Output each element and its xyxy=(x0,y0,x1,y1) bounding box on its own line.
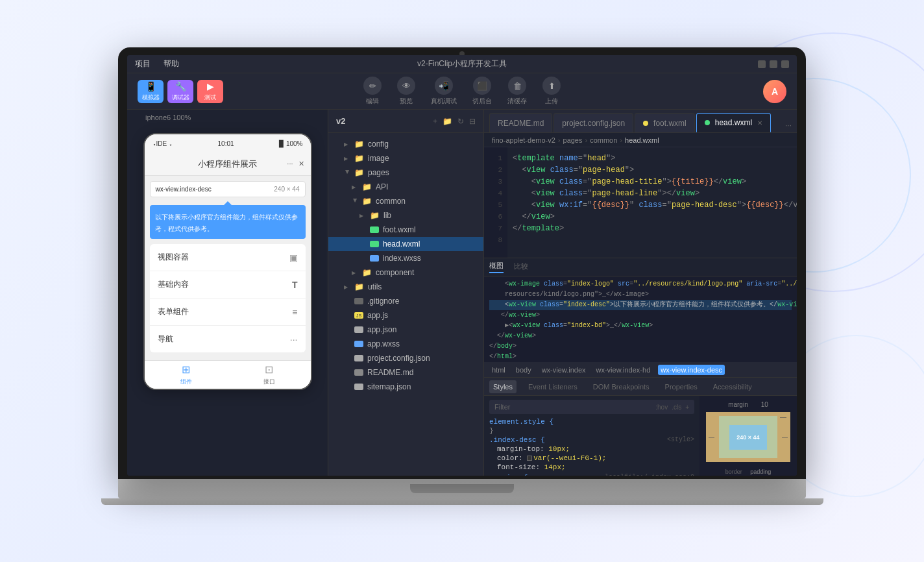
filter-hover-btn[interactable]: :hov xyxy=(655,404,668,411)
tree-label-common: common xyxy=(376,197,406,206)
file-icon-gitignore xyxy=(354,298,363,304)
file-icon-app-js: JS xyxy=(354,312,363,319)
rule-index-desc-source: <style> xyxy=(667,436,694,443)
nav-item-nav[interactable]: 导航 ··· xyxy=(150,326,306,352)
tree-item-lib[interactable]: ▶ 📁 lib xyxy=(328,208,483,223)
tree-item-pages[interactable]: ▶ 📁 pages xyxy=(328,165,483,180)
tree-item-app-wxss[interactable]: ▶ app.wxss xyxy=(328,337,483,351)
breadcrumb-pages[interactable]: pages xyxy=(563,136,583,144)
phone-tab-component[interactable]: ⊞ 组件 xyxy=(180,363,192,386)
style-tab-properties[interactable]: Properties xyxy=(661,380,701,393)
style-tab-styles[interactable]: Styles xyxy=(489,380,517,393)
tab-project-json[interactable]: project.config.json xyxy=(553,113,633,132)
nav-item-views-icon: ▣ xyxy=(289,252,298,263)
tree-item-project-json[interactable]: ▶ project.config.json xyxy=(328,351,483,365)
styles-panel: Styles Event Listeners DOM Breakpoints P… xyxy=(484,378,797,476)
tree-item-readme[interactable]: ▶ README.md xyxy=(328,365,483,380)
box-outer: — — — — 240 × 44 xyxy=(706,412,790,462)
tree-item-utils[interactable]: ▶ 📁 utils xyxy=(328,280,483,294)
filter-cls-btn[interactable]: .cls xyxy=(672,404,681,411)
tree-item-sitemap[interactable]: ▶ sitemap.json xyxy=(328,380,483,394)
tree-item-app-js[interactable]: ▶ JS app.js xyxy=(328,308,483,323)
style-tab-breakpoints[interactable]: DOM Breakpoints xyxy=(589,380,653,393)
tree-label-app-wxss: app.wxss xyxy=(367,339,400,348)
user-avatar[interactable]: A xyxy=(763,80,786,103)
menu-help[interactable]: 帮助 xyxy=(164,58,179,69)
tree-item-head-wxml[interactable]: ▶ head.wxml xyxy=(328,237,483,251)
rule-prop-margin-top: margin-top: 10px; xyxy=(489,445,570,453)
tab-foot-wxml[interactable]: foot.wxml xyxy=(635,113,695,132)
test-button[interactable]: ▶ 测试 xyxy=(197,80,223,103)
action-edit[interactable]: ✏ 编辑 xyxy=(363,77,382,106)
tree-item-image[interactable]: ▶ 📁 image xyxy=(328,151,483,165)
collapse-icon[interactable]: ⊟ xyxy=(469,117,476,126)
preview-icon: 👁 xyxy=(397,77,415,95)
preview-tab-compare[interactable]: 比较 xyxy=(514,262,528,273)
phone-status-bar: ⬩IDE ▾ 10:01 ▉ 100% xyxy=(145,134,311,153)
action-preview[interactable]: 👁 预览 xyxy=(397,77,415,106)
win-close[interactable] xyxy=(781,60,789,68)
nav-item-forms[interactable]: 表单组件 ≡ xyxy=(150,299,306,326)
tab-readme[interactable]: README.md xyxy=(489,113,552,132)
device-debug-icon: 📲 xyxy=(435,77,453,95)
phone-more-icon[interactable]: ··· xyxy=(287,160,293,168)
tree-label-head-wxml: head.wxml xyxy=(383,239,420,249)
elem-tag-wx-view-desc[interactable]: wx-view.index-desc xyxy=(658,365,725,375)
elem-tag-html[interactable]: html xyxy=(489,365,508,375)
nav-item-nav-icon: ··· xyxy=(290,334,298,345)
refresh-icon[interactable]: ↻ xyxy=(457,117,464,126)
elem-tag-body[interactable]: body xyxy=(513,365,534,375)
phone-close-icon[interactable]: ✕ xyxy=(298,160,304,168)
menu-project[interactable]: 项目 xyxy=(135,58,151,69)
new-file-icon[interactable]: + xyxy=(433,117,437,126)
style-tab-listeners[interactable]: Event Listeners xyxy=(524,380,581,393)
tab-bar-actions: ··· xyxy=(785,121,792,132)
laptop: 项目 帮助 v2-FinClip小程序开发工具 📱 模 xyxy=(118,47,806,515)
phone-desc-text: 以下将展示小程序官方组件能力，组件样式仅供参考，程式代供参考。 xyxy=(155,214,298,232)
tree-item-config[interactable]: ▶ 📁 config xyxy=(328,137,483,151)
tab-head-wxml[interactable]: head.wxml ✕ xyxy=(696,113,771,132)
tree-label-lib: lib xyxy=(383,211,391,220)
nav-item-content-label: 基础内容 xyxy=(158,279,189,290)
rule-element-selector: element.style { xyxy=(489,418,553,426)
action-device-debug[interactable]: 📲 真机调试 xyxy=(431,77,457,106)
box-margin-right: — xyxy=(782,434,788,441)
nav-item-views[interactable]: 视图容器 ▣ xyxy=(150,244,306,271)
nav-item-content[interactable]: 基础内容 T xyxy=(150,271,306,299)
breadcrumb-root[interactable]: fino-applet-demo-v2 xyxy=(492,136,555,144)
box-model-title: margin 10 xyxy=(728,401,768,408)
code-editor[interactable]: 1 2 3 4 5 6 7 8 <templa xyxy=(484,147,797,258)
filter-input[interactable]: Filter xyxy=(494,403,650,411)
code-content[interactable]: <template name="head"> <view class="page… xyxy=(507,147,797,258)
win-minimize[interactable] xyxy=(758,60,766,68)
action-clear-cache[interactable]: 🗑 清缓存 xyxy=(507,77,527,106)
breadcrumb-common[interactable]: common xyxy=(590,136,617,144)
tree-item-app-json[interactable]: ▶ app.json xyxy=(328,323,483,337)
tab-more-icon[interactable]: ··· xyxy=(785,121,792,130)
tab-project-json-label: project.config.json xyxy=(562,119,625,128)
preview-tab-overview[interactable]: 概图 xyxy=(489,261,504,273)
file-panel: v2 + 📁 ↻ ⊟ ▶ 📁 xyxy=(328,110,484,476)
tree-item-api[interactable]: ▶ 📁 API xyxy=(328,180,483,194)
tree-item-index-wxss[interactable]: ▶ index.wxss xyxy=(328,251,483,265)
tree-item-common[interactable]: ▶ 📁 common xyxy=(328,194,483,208)
phone-tab-api[interactable]: ⊡ 接口 xyxy=(263,363,275,386)
code-line-7: </template> xyxy=(513,223,797,234)
debugger-button[interactable]: 🔧 调试器 xyxy=(167,80,193,103)
tree-item-foot-wxml[interactable]: ▶ foot.wxml xyxy=(328,223,483,237)
elem-tag-wx-view-hd[interactable]: wx-view.index-hd xyxy=(594,365,653,375)
filter-add-btn[interactable]: + xyxy=(685,404,689,411)
action-upload[interactable]: ⬆ 上传 xyxy=(542,77,561,106)
elem-tag-wx-view-index[interactable]: wx-view.index xyxy=(539,365,589,375)
element-selector-bar: html body wx-view.index wx-view.index-hd… xyxy=(484,362,797,378)
box-content-size: 240 × 44 xyxy=(736,434,759,441)
preview-html-content: <wx-image class="index-logo" src="../res… xyxy=(484,276,797,362)
tree-item-gitignore[interactable]: ▶ .gitignore xyxy=(328,294,483,308)
tab-head-close[interactable]: ✕ xyxy=(757,119,762,127)
action-background[interactable]: ⬛ 切后台 xyxy=(472,77,492,106)
new-folder-icon[interactable]: 📁 xyxy=(443,117,452,126)
simulator-button[interactable]: 📱 模拟器 xyxy=(138,80,164,103)
style-tab-accessibility[interactable]: Accessibility xyxy=(709,380,756,393)
tree-item-component[interactable]: ▶ 📁 component xyxy=(328,265,483,280)
win-maximize[interactable] xyxy=(770,60,777,68)
